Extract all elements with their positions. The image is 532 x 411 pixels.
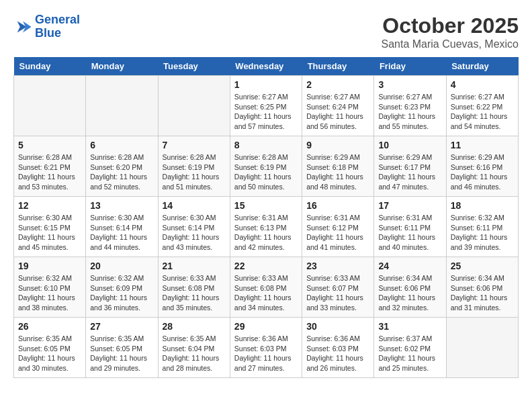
calendar-day-cell: 17Sunrise: 6:31 AM Sunset: 6:11 PM Dayli… — [374, 197, 446, 257]
day-number: 17 — [378, 200, 441, 211]
day-number: 20 — [90, 261, 153, 271]
calendar-week-row: 19Sunrise: 6:32 AM Sunset: 6:10 PM Dayli… — [14, 257, 519, 318]
day-number: 9 — [306, 140, 369, 150]
day-of-week-header: Wednesday — [230, 57, 302, 76]
day-info: Sunrise: 6:34 AM Sunset: 6:06 PM Dayligh… — [378, 273, 441, 313]
day-number: 16 — [306, 200, 369, 211]
calendar-day-cell: 21Sunrise: 6:33 AM Sunset: 6:08 PM Dayli… — [158, 257, 230, 318]
calendar-day-cell: 6Sunrise: 6:28 AM Sunset: 6:20 PM Daylig… — [86, 136, 158, 197]
day-number: 28 — [163, 321, 226, 332]
calendar-day-cell: 29Sunrise: 6:36 AM Sunset: 6:03 PM Dayli… — [230, 318, 302, 378]
day-number: 29 — [234, 321, 298, 332]
day-number: 8 — [234, 140, 298, 150]
day-number: 1 — [234, 79, 298, 90]
day-number: 13 — [90, 200, 153, 211]
calendar-day-cell — [86, 76, 158, 136]
calendar-day-cell: 30Sunrise: 6:36 AM Sunset: 6:03 PM Dayli… — [302, 318, 374, 378]
day-info: Sunrise: 6:31 AM Sunset: 6:12 PM Dayligh… — [306, 213, 369, 253]
day-info: Sunrise: 6:37 AM Sunset: 6:02 PM Dayligh… — [378, 334, 441, 373]
day-number: 22 — [234, 261, 298, 271]
calendar-day-cell: 9Sunrise: 6:29 AM Sunset: 6:18 PM Daylig… — [302, 136, 374, 197]
day-info: Sunrise: 6:31 AM Sunset: 6:11 PM Dayligh… — [378, 213, 441, 253]
calendar-day-cell: 16Sunrise: 6:31 AM Sunset: 6:12 PM Dayli… — [302, 197, 374, 257]
day-info: Sunrise: 6:27 AM Sunset: 6:22 PM Dayligh… — [451, 92, 514, 132]
calendar-table: SundayMondayTuesdayWednesdayThursdayFrid… — [13, 57, 519, 378]
day-number: 15 — [234, 200, 298, 211]
calendar-day-cell: 5Sunrise: 6:28 AM Sunset: 6:21 PM Daylig… — [14, 136, 86, 197]
day-number: 19 — [18, 261, 81, 271]
calendar-week-row: 5Sunrise: 6:28 AM Sunset: 6:21 PM Daylig… — [14, 136, 519, 197]
calendar-day-cell — [446, 318, 518, 378]
day-number: 25 — [451, 261, 514, 271]
calendar-week-row: 1Sunrise: 6:27 AM Sunset: 6:25 PM Daylig… — [14, 76, 519, 136]
day-info: Sunrise: 6:35 AM Sunset: 6:05 PM Dayligh… — [90, 334, 153, 373]
day-number: 26 — [18, 321, 81, 332]
day-number: 30 — [306, 321, 369, 332]
day-number: 21 — [163, 261, 226, 271]
calendar-day-cell: 10Sunrise: 6:29 AM Sunset: 6:17 PM Dayli… — [374, 136, 446, 197]
day-info: Sunrise: 6:30 AM Sunset: 6:14 PM Dayligh… — [90, 213, 153, 253]
day-info: Sunrise: 6:28 AM Sunset: 6:21 PM Dayligh… — [18, 152, 81, 192]
calendar-day-cell: 4Sunrise: 6:27 AM Sunset: 6:22 PM Daylig… — [446, 76, 518, 136]
day-info: Sunrise: 6:29 AM Sunset: 6:18 PM Dayligh… — [306, 152, 369, 192]
day-number: 6 — [90, 140, 153, 150]
location-title: Santa Maria Cuevas, Mexico — [381, 38, 519, 50]
calendar-day-cell: 14Sunrise: 6:30 AM Sunset: 6:14 PM Dayli… — [158, 197, 230, 257]
title-block: October 2025 Santa Maria Cuevas, Mexico — [381, 13, 519, 50]
calendar-day-cell: 11Sunrise: 6:29 AM Sunset: 6:16 PM Dayli… — [446, 136, 518, 197]
day-number: 7 — [163, 140, 226, 150]
day-number: 3 — [378, 79, 441, 90]
day-info: Sunrise: 6:30 AM Sunset: 6:15 PM Dayligh… — [18, 213, 81, 253]
day-info: Sunrise: 6:29 AM Sunset: 6:17 PM Dayligh… — [378, 152, 441, 192]
day-number: 5 — [18, 140, 81, 150]
calendar-day-cell: 23Sunrise: 6:33 AM Sunset: 6:07 PM Dayli… — [302, 257, 374, 318]
day-info: Sunrise: 6:32 AM Sunset: 6:10 PM Dayligh… — [18, 273, 81, 313]
calendar-header-row: SundayMondayTuesdayWednesdayThursdayFrid… — [14, 57, 519, 76]
day-info: Sunrise: 6:28 AM Sunset: 6:19 PM Dayligh… — [163, 152, 226, 192]
day-of-week-header: Sunday — [14, 57, 86, 76]
calendar-day-cell: 12Sunrise: 6:30 AM Sunset: 6:15 PM Dayli… — [14, 197, 86, 257]
day-of-week-header: Tuesday — [158, 57, 230, 76]
calendar-day-cell: 8Sunrise: 6:28 AM Sunset: 6:19 PM Daylig… — [230, 136, 302, 197]
logo: General Blue — [13, 13, 80, 40]
day-number: 10 — [378, 140, 441, 150]
day-info: Sunrise: 6:32 AM Sunset: 6:11 PM Dayligh… — [451, 213, 514, 253]
day-info: Sunrise: 6:28 AM Sunset: 6:19 PM Dayligh… — [234, 152, 298, 192]
calendar-day-cell — [14, 76, 86, 136]
calendar-day-cell: 26Sunrise: 6:35 AM Sunset: 6:05 PM Dayli… — [14, 318, 86, 378]
day-info: Sunrise: 6:35 AM Sunset: 6:04 PM Dayligh… — [163, 334, 226, 373]
day-number: 4 — [451, 79, 514, 90]
calendar-day-cell — [158, 76, 230, 136]
calendar-day-cell: 13Sunrise: 6:30 AM Sunset: 6:14 PM Dayli… — [86, 197, 158, 257]
logo-icon — [13, 17, 32, 36]
day-of-week-header: Saturday — [446, 57, 518, 76]
calendar-day-cell: 27Sunrise: 6:35 AM Sunset: 6:05 PM Dayli… — [86, 318, 158, 378]
day-info: Sunrise: 6:32 AM Sunset: 6:09 PM Dayligh… — [90, 273, 153, 313]
day-number: 23 — [306, 261, 369, 271]
day-info: Sunrise: 6:36 AM Sunset: 6:03 PM Dayligh… — [234, 334, 298, 373]
calendar-day-cell: 3Sunrise: 6:27 AM Sunset: 6:23 PM Daylig… — [374, 76, 446, 136]
calendar-day-cell: 19Sunrise: 6:32 AM Sunset: 6:10 PM Dayli… — [14, 257, 86, 318]
calendar-day-cell: 24Sunrise: 6:34 AM Sunset: 6:06 PM Dayli… — [374, 257, 446, 318]
logo-text: General Blue — [35, 13, 80, 40]
day-info: Sunrise: 6:27 AM Sunset: 6:25 PM Dayligh… — [234, 92, 298, 132]
day-info: Sunrise: 6:27 AM Sunset: 6:23 PM Dayligh… — [378, 92, 441, 132]
day-info: Sunrise: 6:34 AM Sunset: 6:06 PM Dayligh… — [451, 273, 514, 313]
calendar-day-cell: 22Sunrise: 6:33 AM Sunset: 6:08 PM Dayli… — [230, 257, 302, 318]
day-number: 24 — [378, 261, 441, 271]
day-info: Sunrise: 6:30 AM Sunset: 6:14 PM Dayligh… — [163, 213, 226, 253]
day-info: Sunrise: 6:36 AM Sunset: 6:03 PM Dayligh… — [306, 334, 369, 373]
day-of-week-header: Friday — [374, 57, 446, 76]
day-of-week-header: Monday — [86, 57, 158, 76]
day-info: Sunrise: 6:31 AM Sunset: 6:13 PM Dayligh… — [234, 213, 298, 253]
day-info: Sunrise: 6:33 AM Sunset: 6:08 PM Dayligh… — [163, 273, 226, 313]
calendar-day-cell: 15Sunrise: 6:31 AM Sunset: 6:13 PM Dayli… — [230, 197, 302, 257]
page-header: General Blue October 2025 Santa Maria Cu… — [13, 13, 519, 50]
calendar-week-row: 26Sunrise: 6:35 AM Sunset: 6:05 PM Dayli… — [14, 318, 519, 378]
day-number: 31 — [378, 321, 441, 332]
calendar-day-cell: 25Sunrise: 6:34 AM Sunset: 6:06 PM Dayli… — [446, 257, 518, 318]
calendar-day-cell: 1Sunrise: 6:27 AM Sunset: 6:25 PM Daylig… — [230, 76, 302, 136]
day-info: Sunrise: 6:29 AM Sunset: 6:16 PM Dayligh… — [451, 152, 514, 192]
calendar-day-cell: 2Sunrise: 6:27 AM Sunset: 6:24 PM Daylig… — [302, 76, 374, 136]
day-number: 14 — [163, 200, 226, 211]
